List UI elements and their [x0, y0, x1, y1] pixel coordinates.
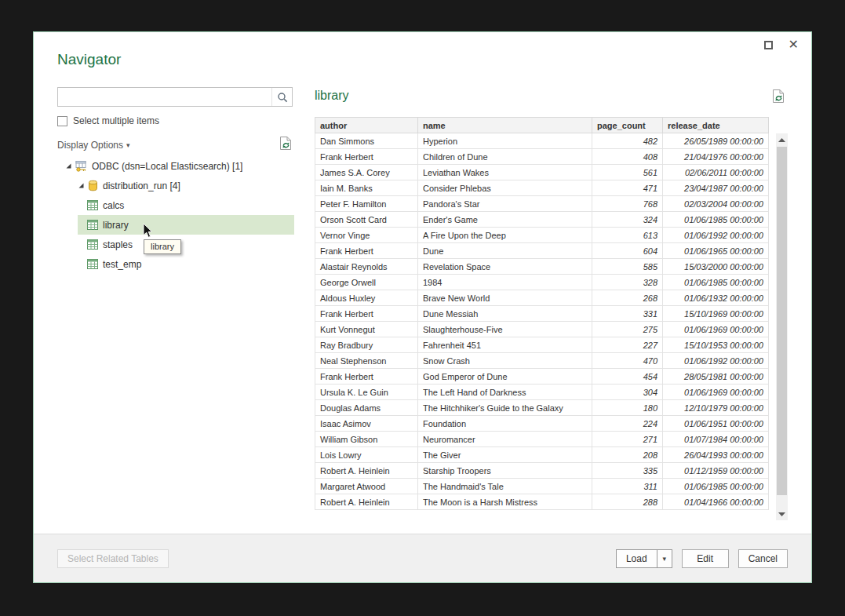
- table-cell: Dan Simmons: [315, 133, 418, 149]
- display-options-row: Display Options ▾: [57, 136, 293, 154]
- table-cell: Frank Herbert: [315, 369, 418, 385]
- table-cell: Brave New World: [418, 290, 592, 306]
- table-cell: 585: [592, 259, 663, 275]
- table-cell: 604: [592, 243, 663, 259]
- scroll-up-button[interactable]: [776, 133, 788, 146]
- footer-action-buttons: Load ▾ Edit Cancel: [616, 549, 788, 568]
- scroll-down-button[interactable]: [776, 508, 788, 520]
- table-cell: 15/03/2000 00:00:00: [663, 259, 769, 275]
- table-cell: 02/03/2004 00:00:00: [663, 196, 769, 212]
- table-row: Frank HerbertDune Messiah33115/10/1969 0…: [315, 306, 769, 322]
- window-controls: ✕: [764, 38, 799, 51]
- table-cell: 311: [592, 479, 663, 494]
- table-cell: Peter F. Hamilton: [315, 196, 418, 212]
- navigator-dialog: ✕ Navigator Select multiple items Displa…: [33, 31, 812, 583]
- table-cell: 180: [592, 400, 663, 416]
- tree-item-label: staples: [103, 239, 133, 250]
- table-cell: A Fire Upon the Deep: [418, 228, 592, 243]
- preview-table-title: library: [315, 89, 349, 103]
- select-multiple-row: Select multiple items: [57, 115, 159, 126]
- table-row: Lois LowryThe Giver20826/04/1993 00:00:0…: [315, 447, 769, 463]
- table-cell: 304: [592, 385, 663, 400]
- table-cell: 208: [592, 447, 663, 463]
- table-cell: 01/12/1959 00:00:00: [663, 463, 769, 479]
- tree-item-table[interactable]: library: [78, 215, 294, 235]
- mouse-cursor-icon: [142, 223, 152, 242]
- table-cell: 227: [592, 337, 663, 353]
- dialog-footer: Select Related Tables Load ▾ Edit Cancel: [34, 534, 811, 582]
- edit-button[interactable]: Edit: [682, 549, 729, 568]
- table-cell: Children of Dune: [418, 149, 592, 165]
- table-cell: Leviathan Wakes: [418, 165, 592, 180]
- expand-collapse-icon[interactable]: [78, 182, 88, 189]
- table-cell: 26/05/1989 00:00:00: [663, 133, 769, 149]
- tree-item-table[interactable]: test_emp: [78, 254, 294, 274]
- refresh-preview-button[interactable]: [772, 89, 785, 107]
- table-cell: Iain M. Banks: [315, 180, 418, 196]
- table-row: Neal StephensonSnow Crash47001/06/1992 0…: [315, 353, 769, 369]
- table-icon: [87, 220, 98, 230]
- page-title: Navigator: [57, 51, 121, 68]
- table-cell: Pandora's Star: [418, 196, 592, 212]
- table-cell: 01/07/1984 00:00:00: [663, 432, 769, 447]
- table-cell: 21/04/1976 00:00:00: [663, 149, 769, 165]
- expand-collapse-icon[interactable]: [65, 162, 75, 169]
- table-cell: Fahrenheit 451: [418, 337, 592, 353]
- table-cell: 01/06/1985 00:00:00: [663, 275, 769, 290]
- table-cell: 470: [592, 353, 663, 369]
- load-button[interactable]: Load: [616, 549, 657, 568]
- tree-item-odbc-source[interactable]: ODBC (dsn=Local Elasticsearch) [1]: [57, 156, 294, 176]
- cancel-button[interactable]: Cancel: [738, 549, 788, 568]
- table-icon: [87, 259, 98, 269]
- tree-item-table[interactable]: staples: [78, 235, 294, 254]
- arrow-up-icon: [778, 138, 785, 142]
- table-cell: 01/06/1985 00:00:00: [663, 479, 769, 494]
- select-related-tables-button[interactable]: Select Related Tables: [57, 549, 169, 568]
- table-cell: 561: [592, 165, 663, 180]
- table-row: Douglas AdamsThe Hitchhiker's Guide to t…: [315, 400, 769, 416]
- table-cell: 23/04/1987 00:00:00: [663, 180, 769, 196]
- table-row: Alastair ReynoldsRevelation Space58515/0…: [315, 259, 769, 275]
- table-cell: 01/06/1992 00:00:00: [663, 228, 769, 243]
- tree-item-database[interactable]: distribution_run [4]: [57, 176, 294, 195]
- search-input[interactable]: [58, 88, 271, 106]
- chevron-down-icon: ▾: [662, 555, 666, 563]
- table-row: Frank HerbertDune60401/06/1965 00:00:00: [315, 243, 769, 259]
- table-row: Aldous HuxleyBrave New World26801/06/193…: [315, 290, 769, 306]
- table-row: Kurt VonnegutSlaughterhouse-Five27501/06…: [315, 322, 769, 337]
- table-cell: 331: [592, 306, 663, 322]
- close-button[interactable]: ✕: [789, 38, 799, 51]
- tree-item-label: test_emp: [103, 259, 141, 270]
- table-cell: 271: [592, 432, 663, 447]
- table-cell: The Giver: [418, 447, 592, 463]
- table-cell: 01/06/1951 00:00:00: [663, 416, 769, 432]
- table-cell: Dune: [418, 243, 592, 259]
- column-header: author: [315, 118, 418, 133]
- table-row: Peter F. HamiltonPandora's Star76802/03/…: [315, 196, 769, 212]
- table-cell: Robert A. Heinlein: [315, 463, 418, 479]
- table-cell: Vernor Vinge: [315, 228, 418, 243]
- table-cell: Neuromancer: [418, 432, 592, 447]
- search-button[interactable]: [271, 88, 292, 106]
- table-row: Iain M. BanksConsider Phlebas47123/04/19…: [315, 180, 769, 196]
- database-icon: [88, 180, 98, 191]
- preview-scrollbar[interactable]: [776, 133, 788, 520]
- display-options-dropdown[interactable]: Display Options ▾: [57, 140, 130, 151]
- table-cell: 324: [592, 212, 663, 228]
- table-cell: 328: [592, 275, 663, 290]
- tree-item-label: distribution_run [4]: [103, 180, 180, 191]
- load-dropdown-button[interactable]: ▾: [657, 549, 672, 568]
- table-cell: Orson Scott Card: [315, 212, 418, 228]
- select-multiple-checkbox[interactable]: [57, 116, 67, 126]
- refresh-tree-button[interactable]: [279, 136, 293, 154]
- maximize-button[interactable]: [764, 41, 773, 49]
- refresh-document-icon: [279, 136, 293, 151]
- column-header: page_count: [592, 118, 663, 133]
- table-cell: God Emperor of Dune: [418, 369, 592, 385]
- table-cell: 275: [592, 322, 663, 337]
- table-cell: Ursula K. Le Guin: [315, 385, 418, 400]
- tree-item-table[interactable]: calcs: [78, 195, 294, 215]
- table-row: Margaret AtwoodThe Handmaid's Tale31101/…: [315, 479, 769, 494]
- scrollbar-thumb[interactable]: [777, 147, 787, 495]
- table-cell: The Handmaid's Tale: [418, 479, 592, 494]
